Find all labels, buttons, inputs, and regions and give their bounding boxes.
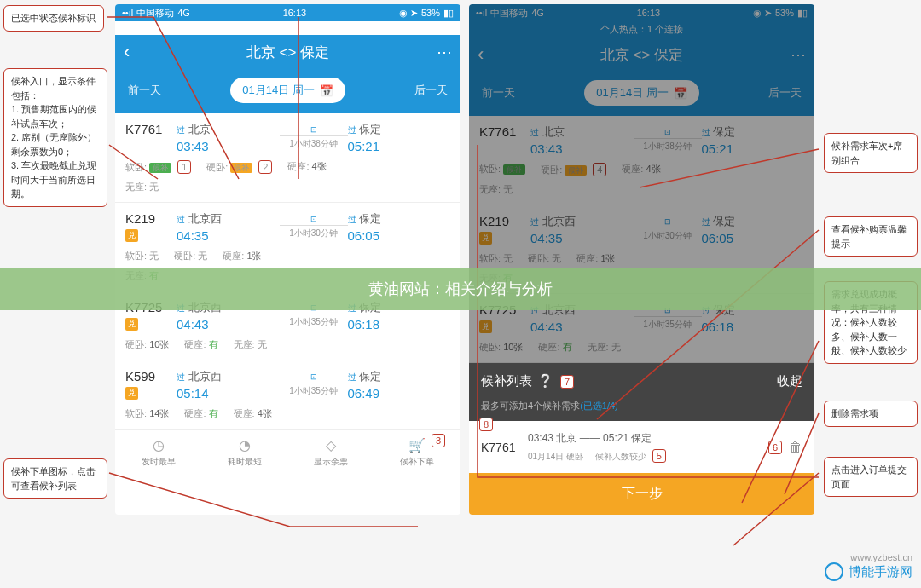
help-icon[interactable]: ❔ <box>537 373 553 388</box>
train-number: K219 <box>125 211 177 226</box>
phone-right: ••ıl中国移动4G 16:13 ◉ ➤53%▮▯ 个人热点：1 个连接 ‹ 北… <box>469 4 814 515</box>
to-time: 05:21 <box>348 139 451 153</box>
marker-1: 1 <box>177 160 191 174</box>
annotation-3: 候补下单图标，点击可查看候补列表 <box>3 458 107 499</box>
back-button[interactable]: ‹ <box>478 43 484 66</box>
status-bar: ••ıl 中国移动 4G 16:13 ◉ ➤ 53% ▮▯ <box>115 4 460 21</box>
tab-shortest[interactable]: ◔耗时最短 <box>201 430 287 474</box>
route-title: 北京 <> 保定 <box>600 45 683 65</box>
collapse-button[interactable]: 收起 <box>777 373 802 389</box>
wl-route: 03:43 北京 —— 05:21 保定 <box>528 431 765 446</box>
next-day-button[interactable]: 后一天 <box>414 83 448 98</box>
marker-8: 8 <box>479 418 493 431</box>
menu-button[interactable]: ⋯ <box>437 43 452 61</box>
bottom-tabs: ◷发时最早 ◔耗时最短 ◇显示余票 🛒候补下单3 <box>115 429 460 474</box>
hotspot-bar[interactable]: 个人热点：1 个连接 <box>469 21 814 37</box>
network: 4G <box>177 8 190 18</box>
wl-status: 候补人数较少 <box>595 452 646 461</box>
next-button[interactable]: 下一步 <box>469 473 814 515</box>
tab-tickets[interactable]: ◇显示余票 <box>288 430 374 474</box>
route-title: 北京 <> 保定 <box>246 43 329 62</box>
waitlist-title: 候补列表 <box>481 373 532 388</box>
train-card[interactable]: K7761 过 北京 03:43 ⊡ 1小时38分钟 过 保定 05:21 <box>115 113 460 203</box>
clock-icon: ◷ <box>153 437 165 453</box>
ticket-row: 软卧: 候补 1 硬卧: 候补 2 硬座: 4张 <box>125 160 450 174</box>
annotation-1: 已选中状态候补标识 <box>3 5 104 32</box>
tab-waitlist[interactable]: 🛒候补下单3 <box>374 430 460 474</box>
timer-icon: ◔ <box>239 437 251 453</box>
watermark: 博能手游网 <box>825 562 912 581</box>
tab-earliest[interactable]: ◷发时最早 <box>115 430 201 474</box>
to-station: 保定 <box>359 123 381 135</box>
train-card[interactable]: K599 兑 过 北京西 05:14 ⊡1小时35分钟 过 保定 06:49 软… <box>115 360 460 429</box>
calendar-icon: 📅 <box>674 87 687 100</box>
prev-day-button[interactable]: 前一天 <box>482 85 515 101</box>
prev-day-button[interactable]: 前一天 <box>128 83 161 98</box>
signal-icon: ••ıl <box>122 8 133 18</box>
route-icon: ⊡ <box>280 125 348 134</box>
battery-icon: ▮▯ <box>443 8 454 19</box>
watermark-url: www.yzbest.cn <box>850 552 912 562</box>
clock: 16:13 <box>283 8 307 18</box>
watermark-text: 博能手游网 <box>849 564 912 580</box>
train-card[interactable]: K7761 过 北京03:43 ⊡1小时38分钟 过 保定05:21 软卧: 候… <box>469 116 814 205</box>
cart-icon: 🛒 <box>408 437 426 453</box>
annotation-b4: 删除需求项 <box>824 401 918 427</box>
diamond-icon: ◇ <box>326 437 336 453</box>
phone-left: ••ıl 中国移动 4G 16:13 ◉ ➤ 53% ▮▯ ‹ 北京 <> 保定… <box>115 4 460 515</box>
marker-4: 4 <box>593 163 606 176</box>
logo-icon <box>825 562 843 581</box>
waitlist-sub: 最多可添加4个候补需求(已选1/4) <box>469 400 814 421</box>
annotation-b1: 候补需求车次+席别组合 <box>824 133 918 173</box>
back-button[interactable]: ‹ <box>124 41 130 63</box>
waitlist-row[interactable]: K7761 03:43 北京 —— 05:21 保定 01月14日 硬卧 候补人… <box>469 421 814 473</box>
battery: 53% <box>421 8 440 18</box>
waitlist-header: 候补列表❔ 7 收起 <box>469 363 814 400</box>
exchange-badge: 兑 <box>125 229 138 242</box>
carrier: 中国移动 <box>136 7 174 20</box>
annotation-b5: 点击进入订单提交页面 <box>824 457 918 497</box>
overlay-banner: 黄油网站：相关介绍与分析 <box>0 268 921 310</box>
duration: 1小时38分钟 <box>280 138 348 150</box>
annotation-2: 候补入口，显示条件包括： 1. 预售期范围内的候补试点车次； 2. 席别（无座除… <box>3 68 107 207</box>
from-station: 北京 <box>188 123 211 135</box>
marker-6: 6 <box>768 441 782 454</box>
train-number: K7761 <box>125 122 177 136</box>
date-label: 01月14日 周一 <box>242 83 315 98</box>
location-icon: ◉ ➤ <box>399 8 418 19</box>
date-picker[interactable]: 01月14日 周一📅 <box>584 80 699 106</box>
status-bar: ••ıl中国移动4G 16:13 ◉ ➤53%▮▯ <box>469 4 814 21</box>
delete-icon[interactable]: 🗑 <box>789 440 802 455</box>
marker-3: 3 <box>432 434 445 447</box>
marker-7: 7 <box>560 375 574 389</box>
app-header: ‹ 北京 <> 保定 ⋯ 前一天 01月14日 周一 📅 后一天 <box>115 35 460 113</box>
marker-2: 2 <box>258 160 272 174</box>
wl-train-id: K7761 <box>481 441 528 454</box>
date-picker[interactable]: 01月14日 周一 📅 <box>230 78 345 103</box>
from-time: 03:43 <box>177 139 280 153</box>
marker-5: 5 <box>652 449 666 463</box>
menu-button[interactable]: ⋯ <box>791 45 806 64</box>
annotation-b2: 查看候补购票温馨提示 <box>824 216 918 257</box>
calendar-icon: 📅 <box>320 84 333 97</box>
next-day-button[interactable]: 后一天 <box>768 85 802 101</box>
